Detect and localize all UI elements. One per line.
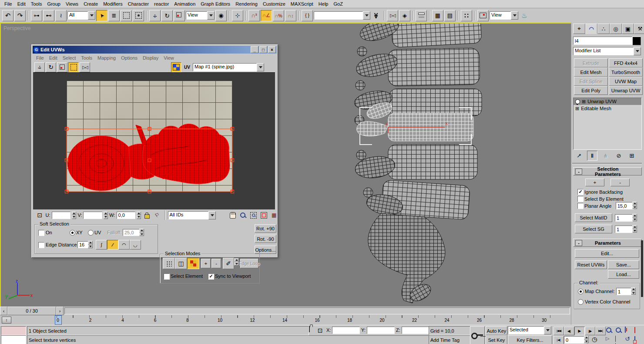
uvw-menu-display[interactable]: Display bbox=[140, 55, 161, 61]
tab-utilities[interactable] bbox=[634, 24, 644, 34]
go-to-start-icon[interactable] bbox=[553, 327, 564, 335]
selection-grow-button[interactable]: + bbox=[585, 179, 604, 186]
uv-editor-canvas[interactable] bbox=[33, 72, 275, 209]
edit-uvws-button[interactable]: Edit... bbox=[575, 249, 639, 258]
add-time-tag[interactable]: Add Time Tag bbox=[429, 335, 471, 344]
v-field[interactable] bbox=[83, 212, 102, 219]
reference-coordinate-dropdown[interactable]: View bbox=[186, 11, 215, 20]
open-mini-curve-editor-icon[interactable] bbox=[2, 317, 11, 324]
align-icon[interactable] bbox=[399, 10, 410, 21]
map-channel-radio[interactable] bbox=[578, 289, 584, 294]
rotate-plus-90-button[interactable]: Rot. +90 bbox=[255, 224, 276, 233]
uvw-menu-view[interactable]: View bbox=[161, 55, 177, 61]
unlink-selection-icon[interactable] bbox=[43, 10, 54, 21]
pin-stack-icon[interactable] bbox=[574, 151, 584, 160]
key-filter-set-dropdown[interactable]: Selected bbox=[508, 326, 551, 334]
edit-named-selections-icon[interactable] bbox=[302, 10, 313, 21]
uv-freeform-icon[interactable] bbox=[68, 62, 79, 72]
spinner-snap-toggle-icon[interactable] bbox=[285, 10, 296, 21]
select-by-element-checkbox[interactable] bbox=[577, 196, 584, 202]
current-frame-field[interactable]: 0 bbox=[564, 336, 587, 344]
remove-modifier-icon[interactable] bbox=[614, 151, 624, 160]
selection-lock-icon[interactable] bbox=[309, 327, 310, 332]
show-end-result-icon[interactable] bbox=[587, 151, 597, 161]
double-chevron-icon[interactable] bbox=[371, 10, 382, 21]
panel-scrollbar[interactable] bbox=[641, 240, 643, 297]
show-map-icon[interactable] bbox=[171, 62, 181, 72]
undo-icon[interactable] bbox=[2, 10, 13, 21]
menu-help[interactable]: Help bbox=[316, 1, 331, 7]
collapse-icon[interactable]: - bbox=[575, 240, 582, 246]
falloff-spinner[interactable] bbox=[139, 229, 144, 236]
lock-selected-vertices-icon[interactable] bbox=[142, 211, 151, 220]
extrude-button[interactable]: Extrude bbox=[574, 58, 608, 67]
unwrap-uvw-button[interactable]: Unwrap UVW bbox=[609, 86, 643, 95]
uvw-menu-edit[interactable]: Edit bbox=[47, 55, 60, 61]
vertex-mode-icon[interactable] bbox=[163, 258, 175, 269]
frame-label-20[interactable]: 20 bbox=[379, 318, 384, 323]
w-field[interactable]: 0,0 bbox=[117, 212, 136, 219]
zoom-extents-all-icon[interactable] bbox=[634, 327, 635, 333]
menu-modifiers[interactable]: Modifiers bbox=[101, 1, 125, 7]
zoom-extents-icon[interactable] bbox=[259, 211, 268, 220]
matid-spinner[interactable] bbox=[632, 214, 637, 221]
zoom-region-icon[interactable] bbox=[249, 211, 258, 220]
v-spinner[interactable] bbox=[104, 212, 108, 219]
u-field[interactable] bbox=[52, 212, 71, 219]
rect-selection-region-icon[interactable] bbox=[121, 10, 132, 21]
planar-angle-spinner[interactable] bbox=[632, 202, 637, 209]
expand-icon[interactable] bbox=[575, 106, 579, 111]
menu-customize[interactable]: Customize bbox=[260, 1, 288, 7]
map-channel-field[interactable]: 1 bbox=[616, 288, 633, 295]
uvw-map-button[interactable]: UVW Map bbox=[609, 77, 643, 86]
planar-angle-checkbox[interactable] bbox=[577, 203, 584, 209]
next-frame-icon[interactable] bbox=[585, 327, 595, 335]
paint-select-icon[interactable] bbox=[223, 258, 234, 269]
previous-frame-arrow-icon[interactable]: ‹ bbox=[0, 307, 7, 315]
viewport-label[interactable]: Perspective bbox=[3, 25, 31, 31]
zoom-to-gizmo-icon[interactable] bbox=[269, 211, 278, 220]
object-name-field[interactable]: l4 bbox=[573, 37, 632, 45]
edit-uvws-window[interactable]: Edit UVWs _ □ × FileEditSelectToolsMappi… bbox=[31, 44, 278, 258]
dropdown-arrow-icon[interactable] bbox=[544, 326, 551, 334]
paint-size-spinner[interactable] bbox=[234, 258, 239, 266]
turbosmooth-button[interactable]: TurboSmooth bbox=[609, 67, 643, 77]
selection-shrink-button[interactable]: - bbox=[610, 179, 630, 186]
menu-animation[interactable]: Animation bbox=[171, 1, 198, 7]
frame-label-22[interactable]: 22 bbox=[412, 318, 417, 323]
angle-snap-toggle-icon[interactable] bbox=[261, 10, 272, 21]
select-sg-button[interactable]: Select SG bbox=[575, 225, 612, 233]
uv-coordinates-icon[interactable] bbox=[182, 63, 192, 72]
next-frame-arrow-icon[interactable]: › bbox=[56, 307, 64, 315]
menu-maxscript[interactable]: MAXScript bbox=[288, 1, 316, 7]
grow-selection-button[interactable]: + bbox=[201, 259, 211, 268]
play-animation-icon[interactable] bbox=[574, 327, 585, 335]
edge-distance-checkbox[interactable] bbox=[38, 242, 44, 248]
falloff-smooth-icon[interactable] bbox=[96, 240, 107, 250]
mirror-icon[interactable] bbox=[387, 10, 398, 21]
select-and-move-icon[interactable] bbox=[149, 10, 161, 21]
frame-label-30[interactable]: 30 bbox=[542, 318, 547, 323]
select-matid-button[interactable]: Select MatID bbox=[575, 213, 612, 222]
edge-loop-button[interactable]: Edge Loop bbox=[240, 259, 258, 268]
go-to-end-icon[interactable] bbox=[595, 327, 606, 335]
frame-label-26[interactable]: 26 bbox=[477, 318, 482, 323]
render-preset-dropdown[interactable]: View bbox=[490, 11, 518, 20]
menu-tools[interactable]: Tools bbox=[28, 1, 45, 7]
time-configuration-icon[interactable] bbox=[592, 336, 597, 343]
falloff-linear-icon[interactable] bbox=[107, 240, 118, 250]
frame-label-28[interactable]: 28 bbox=[509, 318, 514, 323]
absolute-mode-toggle-icon[interactable] bbox=[318, 327, 323, 334]
stack-item-editable-mesh[interactable]: Editable Mesh bbox=[574, 105, 641, 112]
falloff-slow-icon[interactable] bbox=[118, 240, 130, 250]
uv-move-icon[interactable] bbox=[34, 62, 45, 72]
arc-rotate-icon[interactable] bbox=[625, 335, 630, 342]
rotate-minus-90-button[interactable]: Rot. -90 bbox=[255, 235, 276, 243]
reset-uvws-button[interactable]: Reset UVWs bbox=[575, 260, 607, 269]
falloff-fast-icon[interactable] bbox=[130, 240, 141, 250]
uvw-menu-select[interactable]: Select bbox=[60, 55, 79, 61]
select-and-manipulate-icon[interactable] bbox=[232, 10, 243, 21]
tab-hierarchy[interactable] bbox=[597, 24, 610, 34]
uv-scale-icon[interactable] bbox=[57, 62, 67, 72]
material-editor-icon[interactable] bbox=[461, 10, 472, 21]
